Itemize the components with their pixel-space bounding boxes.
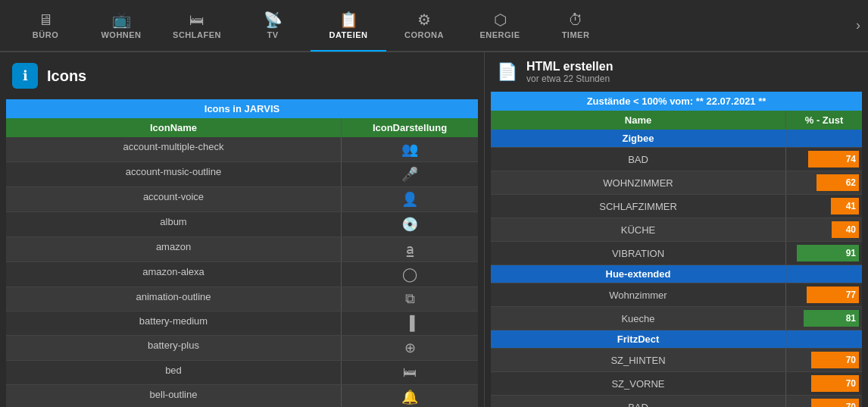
nav-label-dateien: DATEIEN: [329, 30, 368, 39]
right-pct-cell: 70: [786, 396, 862, 407]
nav-arrow[interactable]: ›: [856, 17, 860, 33]
right-pct-cell: 40: [786, 218, 862, 241]
right-group-row: Zigbee: [491, 130, 862, 148]
right-data-row: WOHNZIMMER 62: [491, 171, 862, 195]
right-name-cell: SZ_HINTEN: [491, 349, 786, 371]
pct-bar: 62: [816, 174, 859, 191]
left-panel-title: Icons: [47, 67, 86, 85]
icon-symbol-cell: 👥: [342, 137, 478, 161]
right-data-row: Kueche 81: [491, 307, 862, 330]
right-pct-cell: 70: [786, 349, 862, 371]
right-name-cell: KÜCHE: [491, 218, 786, 241]
table-row: bed 🛏: [6, 361, 478, 385]
icon-name-cell: battery-medium: [6, 312, 342, 335]
table-row: amazon a̲: [6, 237, 478, 262]
right-name-cell: FritzDect: [491, 330, 786, 348]
right-name-cell: WOHNZIMMER: [491, 171, 786, 194]
left-panel: ℹ Icons Icons in JARVIS IconName IconDar…: [0, 52, 485, 407]
nav-label-schlafen: SCHLAFEN: [173, 30, 221, 39]
right-name-cell: BAD: [491, 396, 786, 407]
right-pct-cell: 74: [786, 148, 862, 171]
right-table-body: Zigbee BAD 74 WOHNZIMMER 62 SCHLAFZIMMER…: [491, 130, 862, 407]
icons-table-title: Icons in JARVIS: [6, 99, 478, 118]
icon-symbol-cell: ▐: [342, 312, 478, 335]
right-name-cell: SCHLAFZIMMER: [491, 195, 786, 218]
icon-name-cell: battery-plus: [6, 336, 342, 360]
nav-item-buero[interactable]: 🖥 BÜRO: [8, 0, 83, 52]
right-col-name-header: Name: [491, 111, 786, 130]
nav-label-corona: CORONA: [404, 30, 444, 39]
right-name-cell: SZ_VORNE: [491, 372, 786, 395]
right-panel-subtitle: vor etwa 22 Stunden: [526, 74, 613, 84]
nav-label-buero: BÜRO: [33, 30, 58, 39]
nav-icon-wohnen: 📺: [112, 12, 131, 27]
icon-symbol-cell: 🛏: [342, 361, 478, 384]
icons-table-wrapper: Icons in JARVIS IconName IconDarstellung…: [6, 99, 478, 407]
left-panel-header: ℹ Icons: [0, 52, 484, 99]
table-row: amazon-alexa ◯: [6, 262, 478, 287]
icon-symbol-cell: 🔔: [342, 385, 478, 407]
right-name-cell: BAD: [491, 148, 786, 171]
nav-label-timer: TIMER: [562, 30, 590, 39]
icon-symbol-cell: ⧉: [342, 287, 478, 311]
nav-label-wohnen: WOHNEN: [101, 30, 141, 39]
right-name-cell: Zigbee: [491, 130, 786, 147]
nav-item-corona[interactable]: ⚙ CORONA: [386, 0, 462, 52]
pct-bar: 70: [811, 352, 859, 368]
pct-bar: 91: [797, 245, 859, 261]
nav-item-tv[interactable]: 📡 TV: [235, 0, 311, 52]
nav-item-timer[interactable]: ⏱ TIMER: [538, 0, 614, 52]
right-pct-cell: 77: [786, 283, 862, 306]
pct-bar: 81: [804, 310, 859, 327]
right-pct-cell: 62: [786, 171, 862, 194]
nav-icon-schlafen: 🛏: [189, 12, 205, 27]
icon-name-cell: album: [6, 212, 342, 236]
icon-name-cell: animation-outline: [6, 287, 342, 311]
table-row: account-voice 👤: [6, 187, 478, 212]
icon-name-cell: amazon-alexa: [6, 262, 342, 286]
right-table-title: Zustände < 100% vom: ** 22.07.2021 **: [491, 92, 862, 111]
nav-item-wohnen[interactable]: 📺 WOHNEN: [83, 0, 159, 52]
nav-icon-corona: ⚙: [417, 12, 431, 27]
icon-name-cell: account-music-outline: [6, 162, 342, 186]
right-panel: 📄 HTML erstellen vor etwa 22 Stunden Zus…: [485, 52, 868, 407]
nav-label-tv: TV: [267, 30, 278, 39]
nav-item-dateien[interactable]: 📋 DATEIEN: [311, 0, 386, 52]
right-group-row: FritzDect: [491, 330, 862, 349]
right-data-row: SZ_HINTEN 70: [491, 349, 862, 372]
right-header-text: HTML erstellen vor etwa 22 Stunden: [526, 60, 613, 84]
icon-symbol-cell: ⊕: [342, 336, 478, 360]
right-data-row: BAD 70: [491, 396, 862, 407]
table-row: animation-outline ⧉: [6, 287, 478, 312]
right-name-cell: Hue-extended: [491, 265, 786, 283]
main-content: ℹ Icons Icons in JARVIS IconName IconDar…: [0, 52, 868, 407]
nav-label-energie: ENERGIE: [479, 30, 520, 39]
pct-bar: 40: [832, 221, 859, 238]
icon-symbol-cell: 💿: [342, 212, 478, 236]
right-pct-cell: 81: [786, 307, 862, 330]
table-row: battery-medium ▐: [6, 312, 478, 336]
icon-name-cell: bell-outline: [6, 385, 342, 407]
right-name-cell: VIBRATION: [491, 242, 786, 265]
pct-bar: 41: [831, 198, 859, 214]
icon-name-cell: account-voice: [6, 187, 342, 211]
right-table-wrapper: Zustände < 100% vom: ** 22.07.2021 ** Na…: [491, 92, 862, 407]
right-name-cell: Kueche: [491, 307, 786, 330]
table-row: battery-plus ⊕: [6, 336, 478, 361]
right-data-row: KÜCHE 40: [491, 218, 862, 242]
nav-icon-energie: ⬡: [494, 12, 507, 27]
icon-name-cell: amazon: [6, 237, 342, 261]
nav-item-energie[interactable]: ⬡ ENERGIE: [462, 0, 538, 52]
nav-item-schlafen[interactable]: 🛏 SCHLAFEN: [159, 0, 235, 52]
table-row: bell-outline 🔔: [6, 385, 478, 407]
right-name-cell: Wohnzimmer: [491, 283, 786, 306]
right-data-row: VIBRATION 91: [491, 242, 862, 265]
table-row: account-multiple-check 👥: [6, 137, 478, 162]
pct-bar: 70: [811, 399, 859, 407]
icon-symbol-cell: 🎤: [342, 162, 478, 186]
icons-col-icon-header: IconDarstellung: [342, 118, 478, 137]
icon-name-cell: account-multiple-check: [6, 137, 342, 161]
right-pct-cell: 70: [786, 372, 862, 395]
right-table-header: Name % - Zust: [491, 111, 862, 130]
pct-bar: 77: [807, 286, 859, 303]
